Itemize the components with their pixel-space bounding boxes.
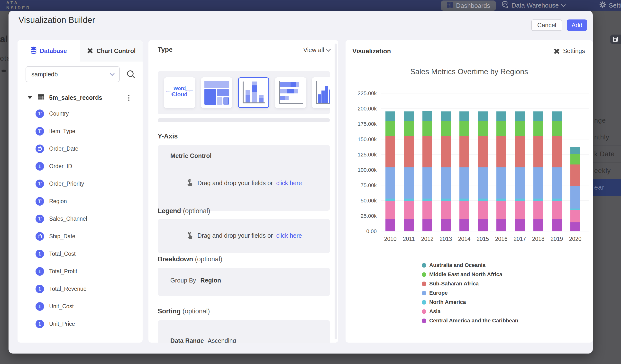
- legend-item[interactable]: Sub-Saharan Africa: [422, 279, 518, 288]
- chart-type-histogram[interactable]: [312, 77, 330, 108]
- background-menu-item[interactable]: eekly: [593, 162, 621, 179]
- legend-item[interactable]: Central America and the Caribbean: [422, 316, 518, 325]
- search-icon[interactable]: [126, 69, 136, 80]
- legend-item[interactable]: Middle East and North Africa: [422, 270, 518, 279]
- x-axis-tick-label: 2013: [437, 236, 455, 242]
- tools-icon: [87, 48, 93, 54]
- visualization-panel: Visualization Settings Sales Metrics Ove…: [345, 40, 593, 343]
- caret-down-icon[interactable]: [28, 96, 32, 99]
- sorting-field[interactable]: Data Range: [170, 337, 204, 343]
- sorting-dropzone[interactable]: Data Range Ascending: [158, 320, 330, 343]
- vertical-scrollbar[interactable]: [335, 44, 337, 339]
- bar-segment: [441, 199, 451, 201]
- tab-chart-control[interactable]: Chart Control: [80, 40, 143, 62]
- chart-legend: Australia and OceaniaMiddle East and Nor…: [422, 260, 518, 325]
- field-label: Unit_Price: [49, 321, 75, 327]
- stacked-bar-2016[interactable]: [496, 111, 506, 231]
- stacked-bar-2013[interactable]: [441, 111, 451, 231]
- stacked-bar-2018[interactable]: [534, 111, 543, 231]
- stacked-bar-2019[interactable]: [552, 111, 562, 231]
- save-button[interactable]: [610, 35, 621, 44]
- bar-segment: [459, 121, 469, 136]
- legend-item[interactable]: Asia: [422, 307, 518, 316]
- stacked-bar-2011[interactable]: [404, 111, 414, 231]
- field-item[interactable]: 1Unit_Cost: [17, 297, 143, 315]
- cancel-button[interactable]: Cancel: [531, 19, 562, 31]
- field-item[interactable]: TCountry: [17, 105, 143, 122]
- field-item[interactable]: 1Order_ID: [17, 157, 143, 175]
- chart-type-word-cloud[interactable]: inessAnalyticsbigWordClouddataminingclus…: [164, 77, 195, 108]
- bar-segment: [422, 121, 432, 136]
- legend-item[interactable]: North America: [422, 297, 518, 307]
- field-item[interactable]: TItem_Type: [17, 122, 143, 140]
- stacked-bar-2014[interactable]: [459, 111, 469, 231]
- bar-segment: [385, 167, 395, 199]
- bar-segment: [404, 121, 414, 136]
- nav-data-warehouse[interactable]: Data Warehouse: [502, 0, 565, 11]
- date-field-icon: [35, 232, 44, 241]
- chart-type-treemap[interactable]: [201, 77, 232, 108]
- bar-segment: [496, 201, 506, 219]
- group-by-label[interactable]: Group By: [170, 277, 196, 284]
- bar-segment: [515, 121, 525, 136]
- field-item[interactable]: Order_Date: [17, 140, 143, 157]
- kebab-menu-icon[interactable]: [125, 94, 132, 102]
- bar-segment: [552, 136, 562, 167]
- breakdown-dropzone[interactable]: Group By Region: [158, 268, 330, 296]
- table-tree-item[interactable]: 5m_sales_records: [17, 92, 143, 104]
- bar-segment: [422, 199, 432, 201]
- stacked-bar-2012[interactable]: [422, 111, 432, 231]
- horizontal-scrollbar[interactable]: [158, 118, 330, 122]
- visualization-heading: Visualization: [352, 48, 391, 55]
- background-menu-item[interactable]: k Date: [593, 145, 621, 162]
- bar-segment: [534, 201, 543, 219]
- sorting-direction[interactable]: Ascending: [208, 337, 236, 343]
- click-here-link[interactable]: click here: [276, 180, 302, 187]
- bar-segment: [478, 201, 488, 219]
- group-by-value[interactable]: Region: [201, 277, 221, 284]
- background-menu-item[interactable]: nthly: [593, 129, 621, 145]
- field-item[interactable]: TSales_Channel: [17, 210, 143, 227]
- field-item[interactable]: 1Unit_Price: [17, 315, 143, 333]
- bar-segment: [422, 219, 432, 231]
- chart-type-stacked-column[interactable]: [238, 77, 269, 108]
- stacked-bar-2015[interactable]: [478, 111, 488, 231]
- chart-type-selector: inessAnalyticsbigWordClouddataminingclus…: [158, 71, 330, 114]
- sorting-heading: Sorting (optional): [158, 308, 210, 315]
- background-menu-item[interactable]: nge: [593, 112, 621, 129]
- stacked-bar-2017[interactable]: [515, 111, 525, 231]
- field-item[interactable]: TRegion: [17, 192, 143, 210]
- field-item[interactable]: 1Total_Profit: [17, 262, 143, 280]
- chart-type-stacked-bar[interactable]: [275, 77, 306, 108]
- view-all-dropdown[interactable]: View all: [303, 47, 330, 53]
- legend-item[interactable]: Europe: [422, 288, 518, 297]
- chart-builder-panel: Type View all inessAnalyticsbigWordCloud…: [148, 40, 338, 343]
- background-menu-item[interactable]: ear: [593, 179, 621, 196]
- metric-control-dropzone[interactable]: Metric Control Drag and drop your fields…: [158, 145, 330, 211]
- stacked-bar-2020[interactable]: [570, 147, 580, 232]
- database-select[interactable]: sampledb: [26, 66, 120, 82]
- breakdown-heading: Breakdown (optional): [158, 256, 223, 263]
- field-item[interactable]: Ship_Date: [17, 227, 143, 245]
- field-item[interactable]: 1Total_Revenue: [17, 280, 143, 297]
- nav-dashboards[interactable]: Dashboards: [441, 0, 496, 11]
- add-button[interactable]: Add: [567, 19, 587, 31]
- legend-dropzone[interactable]: Drag and drop your fields or click here: [158, 219, 330, 253]
- click-here-link[interactable]: click here: [276, 232, 302, 239]
- field-item[interactable]: 1Total_Cost: [17, 245, 143, 262]
- bar-segment: [478, 136, 488, 167]
- tab-database[interactable]: Database: [17, 40, 80, 62]
- field-item[interactable]: TOrder_Priority: [17, 175, 143, 192]
- legend-item[interactable]: Australia and Oceania: [422, 260, 518, 270]
- number-field-icon: 1: [35, 302, 44, 311]
- bar-segment: [422, 111, 432, 121]
- bar-segment: [385, 219, 395, 231]
- field-label: Region: [49, 198, 67, 205]
- bar-segment: [404, 111, 414, 121]
- nav-settings[interactable]: Settin: [599, 0, 621, 11]
- gridline: [381, 93, 589, 93]
- bar-segment: [459, 219, 469, 231]
- legend-heading: Legend (optional): [158, 207, 210, 215]
- stacked-bar-2010[interactable]: [385, 111, 395, 231]
- settings-button[interactable]: Settings: [553, 48, 585, 54]
